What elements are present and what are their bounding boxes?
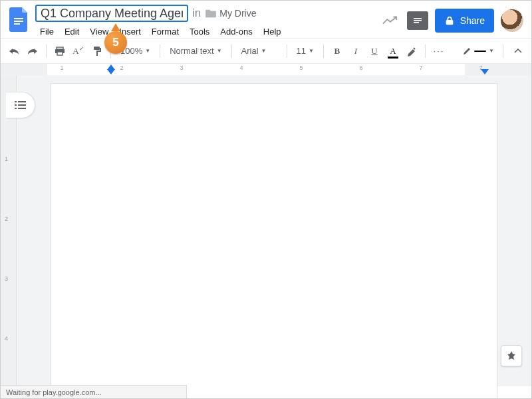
- underline-button[interactable]: U: [366, 43, 382, 60]
- menu-tools[interactable]: Tools: [185, 25, 214, 39]
- paint-format-button[interactable]: [89, 43, 105, 60]
- left-indent-marker[interactable]: [107, 69, 115, 74]
- explore-icon: [506, 350, 517, 361]
- hide-menus-button[interactable]: [510, 43, 526, 60]
- comments-icon[interactable]: [407, 11, 428, 30]
- ruler-num: 7: [419, 65, 422, 71]
- vruler-num: 4: [5, 335, 8, 342]
- italic-button[interactable]: I: [348, 43, 364, 60]
- more-tools-button[interactable]: ···: [431, 43, 447, 60]
- svg-rect-9: [57, 52, 63, 55]
- ruler-num: 7: [479, 65, 482, 71]
- folder-icon: [205, 9, 217, 18]
- share-button[interactable]: Share: [435, 9, 494, 33]
- svg-rect-16: [18, 108, 26, 109]
- outline-icon: [15, 100, 27, 110]
- font-size-select[interactable]: 11▼: [293, 43, 318, 60]
- svg-rect-2: [14, 23, 20, 25]
- menu-file[interactable]: File: [35, 25, 59, 39]
- activity-trend-icon[interactable]: [379, 10, 400, 31]
- menu-addons[interactable]: Add-ons: [215, 25, 257, 39]
- svg-rect-7: [57, 47, 63, 49]
- ruler-num: 3: [180, 65, 183, 71]
- document-page[interactable]: [51, 84, 497, 399]
- svg-rect-0: [14, 18, 23, 19]
- svg-rect-3: [414, 18, 422, 19]
- folder-name: My Drive: [219, 8, 256, 19]
- svg-rect-4: [414, 20, 422, 21]
- ruler-num: 6: [359, 65, 362, 71]
- zoom-select[interactable]: 100%▼: [116, 43, 154, 60]
- workspace: 1 2 3 4: [1, 76, 531, 386]
- vertical-ruler[interactable]: 1 2 3 4: [1, 76, 17, 386]
- avatar[interactable]: [501, 9, 523, 32]
- font-select[interactable]: Arial▼: [237, 43, 281, 60]
- editing-mode-button[interactable]: ▼: [460, 43, 496, 60]
- svg-rect-5: [414, 22, 419, 23]
- menu-bar: File Edit View Insert Format Tools Add-o…: [33, 22, 286, 39]
- svg-rect-11: [15, 101, 17, 102]
- document-title-input[interactable]: [35, 5, 188, 22]
- lock-icon: [444, 16, 455, 25]
- menu-help[interactable]: Help: [259, 25, 286, 39]
- text-color-button[interactable]: A: [385, 43, 401, 60]
- ruler-num: 4: [239, 65, 243, 71]
- menu-edit[interactable]: Edit: [60, 25, 84, 39]
- folder-location-chip[interactable]: My Drive: [205, 8, 256, 19]
- svg-rect-14: [18, 104, 26, 106]
- in-label: in: [192, 7, 201, 20]
- redo-button[interactable]: [25, 43, 41, 60]
- undo-button[interactable]: [6, 43, 22, 60]
- svg-rect-13: [15, 104, 17, 106]
- svg-rect-6: [446, 20, 453, 25]
- explore-button[interactable]: [501, 345, 522, 366]
- bold-button[interactable]: B: [329, 43, 345, 60]
- header: in My Drive File Edit View Insert Format…: [1, 1, 531, 38]
- ruler-num: 2: [120, 65, 123, 71]
- header-right: Share: [379, 5, 526, 33]
- styles-select[interactable]: Normal text▼: [166, 43, 225, 60]
- pencil-icon: [462, 47, 471, 56]
- menu-format[interactable]: Format: [147, 25, 184, 39]
- ruler-num: 1: [60, 65, 63, 71]
- print-button[interactable]: [52, 43, 68, 60]
- ruler-num: 5: [299, 65, 303, 71]
- vruler-num: 2: [5, 215, 8, 222]
- svg-rect-15: [15, 108, 17, 109]
- svg-rect-1: [14, 21, 23, 22]
- vruler-num: 1: [5, 156, 8, 162]
- spellcheck-button[interactable]: A✓: [70, 43, 86, 60]
- status-bar: Waiting for play.google.com...: [1, 385, 187, 398]
- menu-insert[interactable]: Insert: [114, 25, 146, 39]
- svg-rect-12: [18, 101, 26, 102]
- title-block: in My Drive File Edit View Insert Format…: [33, 5, 286, 39]
- toolbar: A✓ 100%▼ Normal text▼ Arial▼ 11▼ B I U A…: [1, 38, 531, 64]
- menu-view[interactable]: View: [85, 25, 113, 39]
- svg-rect-10: [94, 47, 100, 50]
- highlight-button[interactable]: [404, 43, 420, 60]
- vruler-num: 3: [5, 275, 8, 282]
- status-text: Waiting for play.google.com...: [6, 388, 102, 396]
- docs-logo[interactable]: [6, 6, 33, 33]
- document-outline-button[interactable]: [6, 92, 35, 118]
- share-label: Share: [460, 15, 485, 26]
- horizontal-ruler[interactable]: 1 2 3 4 5 6 7 7: [1, 64, 531, 76]
